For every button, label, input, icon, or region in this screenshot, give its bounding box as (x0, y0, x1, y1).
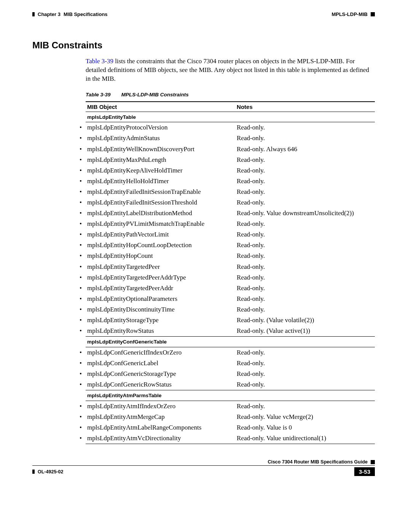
mib-object-cell: •mplsLdpEntityLabelDistributionMethod (86, 208, 235, 219)
table-row: •mplsLdpEntityAtmLabelRangeComponentsRea… (86, 422, 375, 433)
section-title: MIB Constraints (32, 40, 375, 51)
notes-cell: Read-only. (235, 165, 375, 176)
header-marker-icon (32, 12, 35, 16)
table-row: •mplsLdpEntityPathVectorLimitRead-only. (86, 229, 375, 240)
footer-marker-icon (371, 460, 375, 464)
mib-object-cell: •mplsLdpEntityHopCount (86, 251, 235, 261)
bullet-icon: • (80, 348, 87, 357)
header-marker-icon (371, 12, 375, 16)
mib-object-cell: •mplsLdpConfGenericLabel (86, 358, 235, 369)
mib-object-cell: •mplsLdpEntityAtmMergeCap (86, 412, 235, 422)
page-number: 3-53 (354, 467, 375, 476)
table-row: •mplsLdpEntityFailedInitSessionTrapEnabl… (86, 187, 375, 197)
notes-cell: Read-only. (Value active(1)) (235, 326, 375, 337)
bullet-icon: • (80, 166, 87, 175)
mib-object-cell: •mplsLdpEntityFailedInitSessionThreshold (86, 197, 235, 208)
notes-cell: Read-only. (235, 347, 375, 358)
notes-cell: Read-only. Value unidirectional(1) (235, 433, 375, 444)
mib-object-cell: •mplsLdpEntityAdminStatus (86, 133, 235, 144)
table-reference-link[interactable]: Table 3-39 (86, 58, 113, 65)
table-row: •mplsLdpConfGenericRowStatusRead-only. (86, 379, 375, 390)
notes-cell: Read-only. (235, 133, 375, 144)
bullet-icon: • (80, 359, 87, 367)
bullet-icon: • (80, 284, 87, 292)
table-row: •mplsLdpEntityAtmVcDirectionalityRead-on… (86, 433, 375, 444)
table-row: •mplsLdpEntityHopCountLoopDetectionRead-… (86, 240, 375, 251)
notes-cell: Read-only. Always 646 (235, 144, 375, 155)
table-row: •mplsLdpEntityDiscontinuityTimeRead-only… (86, 304, 375, 315)
col-header-notes: Notes (235, 102, 375, 112)
table-title: MPLS-LDP-MIB Constraints (121, 92, 189, 97)
col-header-object: MIB Object (86, 102, 235, 112)
bullet-icon: • (80, 134, 87, 142)
notes-cell: Read-only. (235, 369, 375, 379)
notes-cell: Read-only. Value is 0 (235, 422, 375, 433)
bullet-icon: • (80, 230, 87, 239)
table-caption: Table 3-39 MPLS-LDP-MIB Constraints (86, 92, 375, 97)
footer-doc-number: OL-4925-02 (38, 469, 63, 474)
notes-cell: Read-only. (235, 283, 375, 294)
footer-marker-icon (32, 470, 35, 474)
notes-cell: Read-only. (235, 379, 375, 390)
table-row: •mplsLdpEntityPVLimitMismatchTrapEnableR… (86, 219, 375, 229)
table-row: •mplsLdpEntityProtocolVersionRead-only. (86, 122, 375, 133)
table-row: •mplsLdpEntityHopCountRead-only. (86, 251, 375, 261)
table-row: •mplsLdpEntityWellKnownDiscoveryPortRead… (86, 144, 375, 155)
bullet-icon: • (80, 380, 87, 389)
bullet-icon: • (80, 145, 87, 153)
notes-cell: Read-only. (235, 229, 375, 240)
footer-guide-title: Cisco 7304 Router MIB Specifications Gui… (268, 459, 368, 465)
mib-object-cell: •mplsLdpEntityHopCountLoopDetection (86, 240, 235, 251)
bullet-icon: • (80, 220, 87, 228)
mib-object-cell: •mplsLdpEntityAtmIfIndexOrZero (86, 401, 235, 412)
notes-cell: Read-only. (235, 240, 375, 251)
intro-text: lists the constraints that the Cisco 730… (86, 58, 369, 82)
notes-cell: Read-only. (235, 219, 375, 229)
bullet-icon: • (80, 402, 87, 411)
notes-cell: Read-only. (235, 187, 375, 197)
table-row: •mplsLdpEntityLabelDistributionMethodRea… (86, 208, 375, 219)
mib-object-cell: •mplsLdpEntityPathVectorLimit (86, 229, 235, 240)
table-group-header: mplsLdpEntityTable (86, 112, 375, 122)
notes-cell: Read-only. (235, 401, 375, 412)
mib-object-cell: •mplsLdpEntityHelloHoldTimer (86, 176, 235, 187)
mib-object-cell: •mplsLdpEntityWellKnownDiscoveryPort (86, 144, 235, 155)
notes-cell: Read-only. (235, 197, 375, 208)
table-row: •mplsLdpConfGenericStorageTypeRead-only. (86, 369, 375, 379)
bullet-icon: • (80, 198, 87, 207)
bullet-icon: • (80, 273, 87, 282)
bullet-icon: • (80, 123, 87, 132)
notes-cell: Read-only. (235, 262, 375, 272)
mib-object-cell: •mplsLdpConfGenericStorageType (86, 369, 235, 379)
notes-cell: Read-only. (Value volatile(2)) (235, 315, 375, 326)
table-group-header: mplsLdpEntityAtmParmsTable (86, 390, 375, 401)
mib-object-cell: •mplsLdpConfGenericRowStatus (86, 379, 235, 390)
mib-object-cell: •mplsLdpEntityTargetedPeer (86, 262, 235, 272)
mib-object-cell: •mplsLdpEntityMaxPduLength (86, 155, 235, 165)
bullet-icon: • (80, 434, 87, 443)
bullet-icon: • (80, 305, 87, 314)
table-row: •mplsLdpEntityAdminStatusRead-only. (86, 133, 375, 144)
mib-object-cell: •mplsLdpEntityFailedInitSessionTrapEnabl… (86, 187, 235, 197)
mib-object-cell: •mplsLdpEntityStorageType (86, 315, 235, 326)
bullet-icon: • (80, 263, 87, 271)
table-row: •mplsLdpEntityTargetedPeerRead-only. (86, 262, 375, 272)
table-row: •mplsLdpEntityFailedInitSessionThreshold… (86, 197, 375, 208)
table-row: •mplsLdpEntityAtmIfIndexOrZeroRead-only. (86, 401, 375, 412)
mib-constraints-table: MIB Object Notes mplsLdpEntityTable•mpls… (86, 101, 375, 444)
notes-cell: Read-only. (235, 176, 375, 187)
table-row: •mplsLdpEntityAtmMergeCapRead-only. Valu… (86, 412, 375, 422)
notes-cell: Read-only. (235, 358, 375, 369)
table-row: •mplsLdpEntityTargetedPeerAddrRead-only. (86, 283, 375, 294)
chapter-title: MIB Specifications (64, 11, 108, 17)
table-row: •mplsLdpEntityKeepAliveHoldTimerRead-onl… (86, 165, 375, 176)
table-row: •mplsLdpEntityHelloHoldTimerRead-only. (86, 176, 375, 187)
bullet-icon: • (80, 177, 87, 185)
mib-object-cell: •mplsLdpEntityDiscontinuityTime (86, 304, 235, 315)
mib-object-cell: •mplsLdpEntityAtmLabelRangeComponents (86, 422, 235, 433)
mib-object-cell: •mplsLdpEntityTargetedPeerAddrType (86, 272, 235, 283)
table-row: •mplsLdpEntityOptionalParametersRead-onl… (86, 294, 375, 304)
notes-cell: Read-only. Value vcMerge(2) (235, 412, 375, 422)
mib-object-cell: •mplsLdpEntityProtocolVersion (86, 122, 235, 133)
bullet-icon: • (80, 188, 87, 196)
